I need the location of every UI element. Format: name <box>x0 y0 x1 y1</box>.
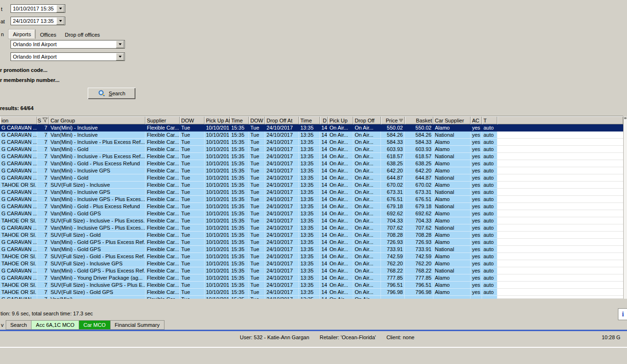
cell-supplier: Flexible Car... <box>145 196 180 203</box>
table-row[interactable]: TAHOE OR SI...7SUV(Full Size) - Inclusiv… <box>0 260 623 267</box>
tab-offices[interactable]: Offices <box>36 30 60 39</box>
chevron-down-icon[interactable] <box>56 5 64 12</box>
cell-price: 642.20 <box>381 167 405 174</box>
cell-time2: 13:35 <box>299 182 320 189</box>
workspace-tab-financial-summary[interactable]: Financial Summary <box>111 320 164 330</box>
table-row[interactable]: G CARAVAN ...7Van(Mini) - Inclusive - Pl… <box>0 153 623 160</box>
cell-car_supplier: Alamo <box>433 182 471 189</box>
table-row[interactable]: G CARAVAN ...7Van(Mini) - Gold GPSFlexib… <box>0 210 623 217</box>
column-header-supplier[interactable]: Supplier <box>145 116 180 124</box>
table-row[interactable]: TAHOE OR SI...7SUV(Full Size) - Inclusiv… <box>0 282 623 289</box>
table-row[interactable]: G CARAVAN ...7Van(Mini) - Inclusive GPS … <box>0 196 623 203</box>
cell-price: 584.33 <box>381 139 405 146</box>
table-row[interactable]: TAHOE OR SI...7SUV(Full Size) - Gold GPS… <box>0 289 623 296</box>
table-row[interactable]: G CARAVAN ...7Van(Mini) - Inclusive GPS … <box>0 224 623 232</box>
cell-ac: yes <box>471 267 482 274</box>
table-row[interactable]: G CARAVAN ...7Van(Mini) - InclusiveFlexi… <box>0 131 623 139</box>
vertical-scrollbar[interactable] <box>623 117 627 299</box>
statusbar: User: 532 - Katie-Ann GarganRetailer: 'O… <box>0 331 627 347</box>
table-row[interactable]: G CARAVAN ...7Van(Mini) - Gold GPS - Plu… <box>0 239 623 246</box>
column-header-label: D <box>323 118 327 123</box>
column-header-price[interactable]: Price <box>381 116 405 124</box>
table-row[interactable]: TAHOE OR SI...7SUV(Full Size) - GoldFlex… <box>0 232 623 239</box>
chevron-down-icon[interactable] <box>116 40 124 48</box>
chevron-down-icon[interactable] <box>56 17 64 25</box>
cell-car_group: Van(Mini) - Gold GPS <box>49 210 145 217</box>
cell-d: 14 <box>320 232 328 239</box>
cell-time1: 15:35 <box>230 160 249 167</box>
dropoff-datetime-combo[interactable]: 24/10/2017 13:35 <box>10 17 65 25</box>
row-filler <box>497 160 623 167</box>
table-row[interactable]: G CARAVAN ...7Van(Mini) - Gold - Plus Ex… <box>0 160 623 167</box>
table-row[interactable]: G CARAVAN ...7Van(Mini) - Inclusive - Pl… <box>0 139 623 146</box>
table-row[interactable]: G CARAVAN ...7Van(Mini) - Gold - Plus Ex… <box>0 203 623 210</box>
column-header-pickup_at[interactable]: Pick Up At <box>205 116 230 124</box>
statusbar-client: Client: none <box>386 334 414 340</box>
table-row[interactable]: G CARAVAN ...7Van(Mini) - GoldFlexible C… <box>0 146 623 153</box>
column-header-s[interactable]: S <box>37 116 49 124</box>
column-header-d[interactable]: D <box>320 116 328 124</box>
column-header-car_supplier[interactable]: Car Supplier <box>433 116 471 124</box>
cell-dow1: Tue <box>180 282 205 289</box>
cell-d: 14 <box>320 274 328 282</box>
column-header-dropoff_loc[interactable]: Drop Off <box>353 116 381 124</box>
workspace-tab-acc-6a-1c-mco[interactable]: Acc 6A,1C MCO <box>31 320 79 330</box>
pickup-datetime-combo[interactable]: 10/10/2017 15:35 <box>10 4 65 13</box>
cell-price: 707.62 <box>381 224 405 232</box>
column-header-basket[interactable]: Basket <box>405 116 433 124</box>
column-header-time2[interactable]: Time <box>299 116 320 124</box>
table-row[interactable]: G CARAVAN ...7Van(Mini) - Gold GPS - Plu… <box>0 267 623 274</box>
column-header-time1[interactable]: Time <box>230 116 249 124</box>
table-row[interactable]: G CARAVAN ...7Van(Mini) - Inclusive GPSF… <box>0 167 623 174</box>
cell-pickup_at: 10/10/2017 <box>205 196 230 203</box>
chevron-down-icon[interactable] <box>116 53 124 61</box>
column-header-dow1[interactable]: DOW <box>180 116 205 124</box>
column-header-label: S <box>38 118 41 123</box>
cell-ac: yes <box>471 160 482 167</box>
cell-car_supplier: Alamo <box>433 239 471 246</box>
table-row[interactable]: TAHOE OR SI...7SUV(Full Size) - Gold - P… <box>0 253 623 260</box>
cell-time1: 15:35 <box>230 274 249 282</box>
cell-description: G CARAVAN ... <box>0 124 37 131</box>
cell-price: 762.20 <box>381 260 405 267</box>
column-header-dow2[interactable]: DOW <box>249 116 265 124</box>
cell-time1: 15:35 <box>230 260 249 267</box>
cell-description: G CARAVAN ... <box>0 153 37 160</box>
table-row[interactable]: G CARAVAN ...7Van(Mini) - Inclusive GPSF… <box>0 189 623 196</box>
cell-car_group: Van(Mini) - Inclusive GPS - Plus Exces..… <box>49 196 145 203</box>
column-header-t[interactable]: T <box>482 116 497 124</box>
search-button[interactable]: Search <box>88 88 135 99</box>
column-header-ac[interactable]: AC <box>471 116 482 124</box>
workspace-tab-search[interactable]: Search <box>6 320 32 330</box>
cell-pickup_at: 10/10/2017 <box>205 246 230 253</box>
cell-dow1: Tue <box>180 189 205 196</box>
cell-basket: 673.31 <box>405 189 433 196</box>
cell-s: 7 <box>37 153 49 160</box>
cell-dow1: Tue <box>180 210 205 217</box>
row-filler <box>497 282 623 289</box>
cell-s: 7 <box>37 131 49 139</box>
workspace-tab-car-mco[interactable]: Car MCO <box>79 320 110 330</box>
cell-description: G CARAVAN ... <box>0 267 37 274</box>
table-row[interactable]: G CARAVAN ...7Van(Mini) - GoldFlexible C… <box>0 174 623 182</box>
cell-price: 673.31 <box>381 189 405 196</box>
cell-description: G CARAVAN ... <box>0 274 37 282</box>
column-header-car_group[interactable]: Car Group <box>49 116 145 124</box>
pickup-airport-combo[interactable]: Orlando Intl Airport <box>10 40 125 49</box>
workspace-tab-fragment[interactable]: v <box>0 320 6 330</box>
table-row[interactable]: G CARAVAN ...7Van(Mini) - InclusiveFlexi… <box>0 124 623 131</box>
table-row[interactable]: TAHOE OR SI...7SUV(Full Size) - Inclusiv… <box>0 182 623 189</box>
cell-d: 14 <box>320 217 328 224</box>
table-row[interactable]: G CARAVAN ...7Van(Mini) - ...Flexible Ca… <box>0 296 623 299</box>
dropoff-airport-combo[interactable]: Orlando Intl Airport <box>10 52 125 61</box>
table-row[interactable]: TAHOE OR SI...7SUV(Full Size) - Inclusiv… <box>0 217 623 224</box>
column-header-pickup_loc[interactable]: Pick Up <box>328 116 353 124</box>
tab-drop-off-offices[interactable]: Drop off offices <box>61 30 104 39</box>
cell-description: G CARAVAN ... <box>0 296 37 299</box>
table-row[interactable]: G CARAVAN ...7Van(Mini) - Young Driver P… <box>0 274 623 282</box>
table-row[interactable]: G CARAVAN ...7Van(Mini) - Gold GPSFlexib… <box>0 246 623 253</box>
info-button[interactable]: i <box>618 308 627 320</box>
column-header-description[interactable]: ion <box>0 116 37 124</box>
tab-airports[interactable]: Airports <box>9 30 35 39</box>
column-header-dropoff_at[interactable]: Drop Off At <box>265 116 299 124</box>
